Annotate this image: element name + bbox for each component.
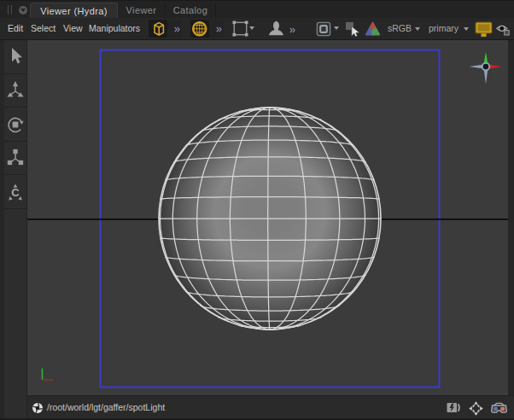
tab-viewer[interactable]: Viewer [118, 3, 166, 19]
lighting-mode-group [190, 20, 224, 38]
wireframe-sphere [159, 108, 381, 330]
tab-bar: Viewer (Hydra) Viewer Catalog [0, 0, 514, 19]
status-bar: /root/world/lgt/gaffer/spotLight [27, 395, 514, 418]
menu-manipulators[interactable]: Manipulators [89, 18, 140, 39]
scale-tool-button[interactable] [4, 142, 26, 176]
color-space-select[interactable]: sRGB [388, 18, 412, 39]
menu-edit[interactable]: Edit [8, 18, 23, 39]
translate-icon [7, 81, 24, 102]
scale-icon [7, 149, 24, 169]
orientation-compass-gizmo[interactable] [470, 51, 504, 85]
flash-camera-icon[interactable] [447, 402, 461, 413]
shaded-cube-icon [149, 20, 167, 38]
rotate-tool-button[interactable] [4, 108, 26, 142]
tab-viewer-hydra[interactable]: Viewer (Hydra) [30, 3, 118, 19]
select-tool-button[interactable] [4, 40, 26, 74]
menu-select[interactable]: Select [31, 18, 55, 39]
rounded-square-dropdown-arrow[interactable] [334, 26, 339, 30]
globe-wireframe-icon [190, 20, 209, 38]
monitor-button[interactable] [475, 21, 493, 37]
lighting-expand-chevron[interactable] [216, 26, 222, 32]
rotate-icon [7, 115, 24, 134]
marquee-select-button[interactable] [232, 20, 248, 37]
viewport-right-margin [508, 40, 514, 395]
tab-catalog[interactable]: Catalog [166, 3, 216, 19]
menu-view[interactable]: View [63, 18, 83, 39]
eye-edit-button[interactable] [496, 23, 510, 36]
rgb-triangle-button[interactable] [365, 21, 381, 38]
pan-view-icon[interactable] [468, 400, 484, 417]
chevron-down-icon [20, 9, 26, 12]
marquee-dropdown-arrow[interactable] [249, 26, 254, 30]
left-tool-column: C [0, 40, 27, 418]
pane-menu-button[interactable] [19, 6, 27, 15]
shaded-cube-button[interactable] [149, 20, 167, 38]
pose-person-button[interactable] [268, 20, 284, 37]
view-option-select[interactable]: primary [429, 18, 459, 39]
translate-tool-button[interactable] [4, 74, 26, 108]
pointer-snap-button[interactable] [345, 21, 362, 38]
color-space-dropdown-arrow[interactable] [415, 27, 420, 31]
rounded-square-button[interactable] [316, 21, 331, 37]
location-aperture-icon [32, 402, 44, 414]
pane-drag-handle[interactable] [8, 5, 12, 15]
viewer-toolbar: Edit Select View Manipulators [0, 18, 514, 40]
view-option-dropdown-arrow[interactable] [464, 27, 469, 31]
select-arrow-icon [8, 46, 23, 67]
center-of-interest-icon: C [7, 182, 24, 202]
world-axis-indicator [43, 369, 54, 381]
shading-expand-chevron[interactable] [174, 26, 180, 32]
stereo-glasses-icon[interactable] [491, 402, 507, 414]
viewport-canvas [27, 40, 508, 395]
shading-mode-group [149, 20, 182, 38]
scene-location-path: /root/world/lgt/gaffer/spotLight [47, 396, 165, 419]
viewport-3d[interactable] [27, 40, 508, 395]
pose-expand-chevron[interactable] [289, 27, 295, 33]
center-of-interest-tool-button[interactable]: C [4, 175, 26, 209]
globe-button[interactable] [190, 20, 209, 38]
